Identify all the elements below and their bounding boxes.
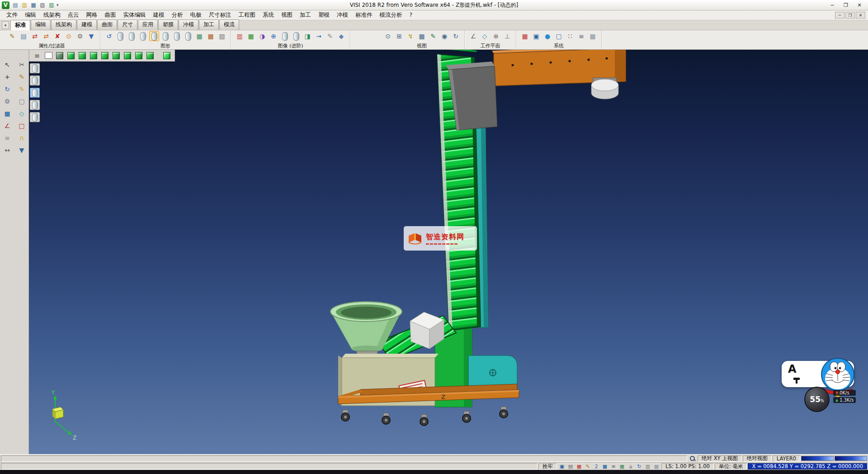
adv-add-icon[interactable]: ⊕ xyxy=(269,31,278,41)
display-filter-2-icon[interactable] xyxy=(30,76,40,85)
child-restore-button[interactable]: ❐ xyxy=(845,12,855,19)
tab-dimension[interactable]: 尺寸 xyxy=(118,19,137,30)
texture-icon[interactable]: ▨ xyxy=(217,31,227,41)
adv-cylinder-b-icon[interactable] xyxy=(291,31,301,41)
view-axon-icon[interactable] xyxy=(145,51,155,61)
menu-surface[interactable]: 曲面 xyxy=(101,10,120,20)
sys-layers-icon[interactable]: ≡ xyxy=(576,31,586,41)
workplane-normal-icon[interactable]: ⊥ xyxy=(502,31,512,41)
menu-pointcloud[interactable]: 点云 xyxy=(64,10,83,20)
minimize-button[interactable]: ─ xyxy=(826,1,839,9)
adv-cylinder-a-icon[interactable] xyxy=(280,31,290,41)
tool-gear-icon[interactable]: ⚙ xyxy=(2,96,12,106)
status-screen-icon[interactable]: ▥ xyxy=(644,463,652,470)
status-list-icon[interactable]: ≡ xyxy=(609,463,618,470)
ladder-icon[interactable]: ≡ xyxy=(2,133,12,143)
hidden-line-cylinder-icon[interactable] xyxy=(127,31,137,41)
menu-modeling[interactable]: 建模 xyxy=(150,10,168,20)
menu-dimension[interactable]: 尺寸标注 xyxy=(205,10,235,20)
menu-file[interactable]: 文件 xyxy=(3,10,21,20)
solid-box-icon[interactable]: ■ xyxy=(2,109,12,118)
sys-screen-icon[interactable]: ▣ xyxy=(531,31,541,41)
rendered-cylinder-icon[interactable] xyxy=(149,31,159,41)
layer-colorbar-2[interactable] xyxy=(835,456,867,461)
tabbar-dropdown-icon[interactable]: ▾ xyxy=(2,21,9,29)
status-monitor-icon[interactable]: ▣ xyxy=(558,463,566,470)
speed-gauge[interactable]: 55 % xyxy=(804,387,830,412)
display-filter-3-icon[interactable] xyxy=(30,88,40,98)
attr-pencil-icon[interactable]: ✎ xyxy=(7,31,17,41)
view-cube-dim-icon[interactable] xyxy=(55,51,65,61)
visibility-icon[interactable]: ◉ xyxy=(439,31,449,41)
menu-standard-parts[interactable]: 标准件 xyxy=(352,10,376,20)
view-front-icon[interactable] xyxy=(77,51,87,61)
menu-help[interactable]: ? xyxy=(406,10,416,20)
maximize-button[interactable]: ❐ xyxy=(839,1,853,9)
display-filter-4-icon[interactable] xyxy=(30,100,40,110)
tab-surface[interactable]: 曲面 xyxy=(97,19,117,30)
zoom-icon[interactable]: ⊙ xyxy=(383,31,393,41)
select-arrow-icon[interactable]: ↖ xyxy=(2,60,12,70)
barrel-icon[interactable]: ▩ xyxy=(206,31,216,41)
workplane-origin-icon[interactable]: ⊕ xyxy=(491,31,501,41)
menu-view[interactable]: 视图 xyxy=(278,10,296,20)
view-grid-icon[interactable]: ▦ xyxy=(417,31,427,41)
view-bottom-icon[interactable] xyxy=(134,51,144,61)
view-mode-field[interactable]: 绝对 XY 上视图 xyxy=(698,455,742,462)
absolute-view-field[interactable]: 绝对视图 xyxy=(743,455,772,462)
tab-machining[interactable]: 加工 xyxy=(199,19,219,30)
options-icon[interactable]: ▨ xyxy=(47,1,56,9)
menu-mesh[interactable]: 网格 xyxy=(83,10,101,20)
attr-gear-icon[interactable]: ⚙ xyxy=(75,31,85,41)
search-icon[interactable] xyxy=(689,455,695,461)
status-printer-icon[interactable]: ▤ xyxy=(566,463,575,470)
shaded-cylinder-icon[interactable] xyxy=(138,31,148,41)
edges-cylinder-icon[interactable] xyxy=(172,31,182,41)
redline-icon[interactable]: ✎ xyxy=(428,31,438,41)
scissors-icon[interactable]: ✂ xyxy=(17,60,27,70)
wireframe-cylinder-icon[interactable] xyxy=(115,31,125,41)
move-icon[interactable]: + xyxy=(2,72,12,82)
sys-tablet-icon[interactable]: ▩ xyxy=(588,31,598,41)
menu-machining[interactable]: 加工 xyxy=(296,10,315,20)
sheet-icon[interactable]: ▢ xyxy=(17,96,27,106)
print-icon[interactable]: ▧ xyxy=(38,1,47,9)
close-button[interactable]: ✕ xyxy=(853,1,866,9)
regen-icon[interactable]: ↺ xyxy=(104,31,114,41)
adv-pen-icon[interactable]: ✎ xyxy=(325,31,335,41)
menu-flow-analysis[interactable]: 模流分析 xyxy=(376,10,406,20)
viewport-3d[interactable]: Z Y Z 智造资料网 xyxy=(29,50,868,454)
menu-wireframe[interactable]: 线架构 xyxy=(40,10,64,20)
new-file-icon[interactable]: ▤ xyxy=(11,1,19,9)
menu-system[interactable]: 系统 xyxy=(259,10,278,20)
status-cells-icon[interactable]: ▩ xyxy=(652,463,660,470)
tab-wireframe[interactable]: 线架构 xyxy=(51,19,76,30)
view-iso-icon[interactable] xyxy=(66,51,76,61)
tab-flow[interactable]: 模流 xyxy=(219,19,239,30)
app-logo-icon[interactable]: V xyxy=(2,1,9,9)
tab-edit[interactable]: 编辑 xyxy=(31,19,51,30)
status-pencil-icon[interactable]: ✎ xyxy=(584,463,592,470)
menu-mold[interactable]: 塑模 xyxy=(315,10,333,20)
viewbar-menu-icon[interactable]: ≡ xyxy=(32,51,42,61)
status-box-icon[interactable]: ■ xyxy=(601,463,609,470)
status-grid-icon[interactable]: ▦ xyxy=(618,463,626,470)
arc-icon[interactable]: ∩ xyxy=(17,133,27,143)
attr-swap-icon[interactable]: ⇄ xyxy=(30,31,40,41)
zoom-fit-icon[interactable]: ⊞ xyxy=(394,31,404,41)
pan-icon[interactable]: ↔ xyxy=(2,145,12,155)
adv-arrow-icon[interactable]: → xyxy=(314,31,324,41)
viewbar-window-icon[interactable] xyxy=(43,51,53,61)
frame-icon[interactable]: □ xyxy=(17,121,27,131)
display-filter-1-icon[interactable] xyxy=(30,63,40,73)
attr-pages-icon[interactable]: ▤ xyxy=(19,31,28,41)
status-home-icon[interactable]: ⌂ xyxy=(627,463,635,470)
view-right-icon[interactable] xyxy=(100,51,110,61)
status-two-icon[interactable]: 2 xyxy=(592,463,600,470)
menu-analysis[interactable]: 分析 xyxy=(168,10,187,20)
tab-modeling[interactable]: 建模 xyxy=(77,19,97,30)
quick-access-caret-icon[interactable]: ▾ xyxy=(57,3,59,7)
view-back-icon[interactable] xyxy=(123,51,132,61)
child-close-button[interactable]: ✕ xyxy=(856,12,865,19)
sys-colors-icon[interactable]: ▦ xyxy=(520,31,530,41)
